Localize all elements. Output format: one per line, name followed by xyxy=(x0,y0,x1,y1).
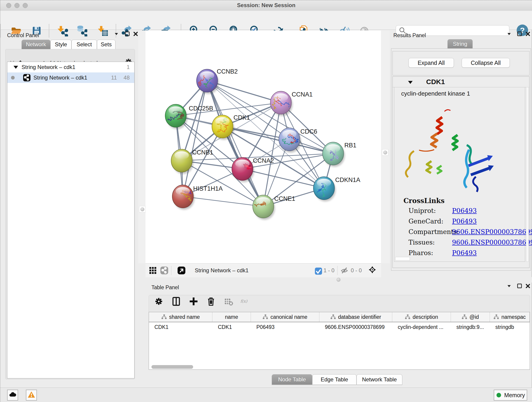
crosslinks-hscroll-thumb[interactable] xyxy=(395,257,410,261)
share-view-icon[interactable] xyxy=(160,266,168,274)
table-cell[interactable]: CDK1 xyxy=(212,322,251,332)
bottom-splitter[interactable] xyxy=(146,277,532,283)
left-splitter-handle[interactable] xyxy=(139,206,146,212)
crosslinks-title: CrossLinks xyxy=(404,197,444,205)
expand-all-button[interactable]: Expand All xyxy=(409,58,454,68)
tab-edge-table[interactable]: Edge Table xyxy=(312,374,356,385)
crosslink-value-link[interactable]: P06493 xyxy=(452,217,477,225)
table-cell[interactable]: cyclin-dependent ... xyxy=(392,322,451,332)
table-body: CDK1CDK1P064939606.ENSP00000378699cyclin… xyxy=(149,322,530,332)
network-node-CCNB1[interactable]: CCNB1 xyxy=(171,149,213,174)
import-table-from-file-button[interactable] xyxy=(97,25,108,36)
cdk1-card-header[interactable]: CDK1 xyxy=(393,77,529,87)
crosslink-value-link[interactable]: P06493 xyxy=(452,249,477,257)
table-panel-float-icon[interactable] xyxy=(516,283,523,289)
collapse-all-button[interactable]: Collapse All xyxy=(462,58,510,68)
column-header-shared-name[interactable]: shared name xyxy=(149,312,212,322)
network-node-HIST1H1A[interactable]: HIST1H1A xyxy=(172,185,223,210)
right-splitter-handle[interactable] xyxy=(382,149,388,156)
table-cell[interactable]: P06493 xyxy=(251,322,319,332)
table-panel-collapse-icon[interactable] xyxy=(506,283,513,289)
tab-select[interactable]: Select xyxy=(71,40,97,49)
node-label-HIST1H1A: HIST1H1A xyxy=(193,185,223,192)
show-columns-icon[interactable] xyxy=(171,296,181,306)
column-header-name[interactable]: name xyxy=(212,312,251,322)
network-row-label: String Network – cdk1 xyxy=(33,75,87,81)
crosslink-value-link[interactable]: 9606.ENSP00000378699 xyxy=(452,239,532,246)
right-splitter[interactable] xyxy=(381,31,390,263)
network-share-icon xyxy=(23,74,31,82)
table-hscroll-thumb[interactable] xyxy=(152,365,193,369)
collection-count: 1 xyxy=(127,64,130,70)
hidden-eye-icon[interactable] xyxy=(340,266,348,274)
network-edge-count: 48 xyxy=(123,75,130,81)
column-header--id[interactable]: @id xyxy=(451,312,490,322)
tab-style[interactable]: Style xyxy=(51,40,71,49)
tab-network[interactable]: Network xyxy=(22,40,51,49)
network-node-CDC25B[interactable]: CDC25B xyxy=(165,104,213,129)
tab-network-table[interactable]: Network Table xyxy=(356,374,402,385)
column-header-database-identifier[interactable]: database identifier xyxy=(319,312,392,322)
control-panel-collapse-icon[interactable] xyxy=(113,31,120,37)
results-vertical-scrollbar[interactable] xyxy=(526,87,529,262)
network-node-CDK1[interactable]: CDK1 xyxy=(212,114,250,140)
status-bar: Memory xyxy=(0,388,532,402)
collection-expand-icon[interactable] xyxy=(12,64,19,70)
hidden-counts: 0 - 0 xyxy=(351,267,362,274)
crosslink-label: Compartments: xyxy=(409,228,459,236)
node-table[interactable]: shared namenamecanonical namedatabase id… xyxy=(149,312,530,370)
bottom-splitter-handle[interactable] xyxy=(335,277,342,283)
table-row[interactable]: CDK1CDK1P064939606.ENSP00000378699cyclin… xyxy=(149,322,530,332)
network-canvas[interactable]: CCNB2CCNA1CDC25BCDK1CDC6RB1CCNB1CCNA2CDK… xyxy=(146,31,381,263)
network-node-RB1[interactable]: RB1 xyxy=(323,142,356,167)
selected-checkbox-icon[interactable] xyxy=(314,267,321,274)
tab-sets[interactable]: Sets xyxy=(97,40,115,49)
import-network-from-file-button[interactable] xyxy=(57,25,68,36)
crosslink-row: Pharos:P06493 xyxy=(409,249,523,260)
table-cell[interactable]: CDK1 xyxy=(149,322,212,332)
left-splitter[interactable] xyxy=(138,31,146,263)
application-window: Session: New Session ? Control Panel Net… xyxy=(0,0,532,402)
add-column-icon[interactable] xyxy=(189,296,199,306)
network-collection-row[interactable]: String Network – cdk1 1 xyxy=(7,62,134,72)
node-label-CDC25B: CDC25B xyxy=(189,105,213,112)
warnings-button[interactable] xyxy=(26,390,37,401)
results-panel-collapse-icon[interactable] xyxy=(506,31,513,37)
results-panel-close-icon[interactable] xyxy=(525,31,531,37)
cdk1-expand-icon[interactable] xyxy=(407,79,414,86)
results-panel-float-icon[interactable] xyxy=(516,31,523,37)
network-node-CDKN1A[interactable]: CDKN1A xyxy=(313,177,360,201)
table-settings-gear-icon[interactable] xyxy=(154,296,164,306)
crosslink-row: Uniprot:P06493 xyxy=(409,207,523,217)
import-network-from-database-button[interactable] xyxy=(76,25,87,36)
column-header-namespac[interactable]: namespac xyxy=(490,312,530,322)
node-label-CDC6: CDC6 xyxy=(300,128,317,135)
column-header-canonical-name[interactable]: canonical name xyxy=(251,312,319,322)
table-cell[interactable]: stringdb:9... xyxy=(451,322,490,332)
crosslink-value-link[interactable]: 9606.ENSP00000378699 xyxy=(452,228,532,236)
table-cell[interactable]: 9606.ENSP00000378699 xyxy=(319,322,392,332)
delete-column-icon[interactable] xyxy=(206,296,216,306)
shared-column-tree-icon xyxy=(462,314,467,320)
tab-string[interactable]: String xyxy=(447,39,473,49)
control-panel-float-icon[interactable] xyxy=(124,31,131,37)
grid-view-icon[interactable] xyxy=(149,266,157,274)
network-row[interactable]: String Network – cdk1 11 48 xyxy=(7,72,134,83)
delete-table-icon xyxy=(223,296,234,306)
crosslink-value-link[interactable]: P06493 xyxy=(452,207,477,215)
cloud-status-button[interactable] xyxy=(7,390,18,401)
crosslink-label: Pharos: xyxy=(409,249,433,257)
title-bar: Session: New Session xyxy=(0,0,532,11)
tab-node-table[interactable]: Node Table xyxy=(272,374,312,385)
network-node-CCNA1[interactable]: CCNA1 xyxy=(270,91,313,116)
birds-eye-view-icon[interactable] xyxy=(177,266,186,274)
crosshair-icon[interactable] xyxy=(368,266,378,275)
column-header-label: canonical name xyxy=(270,314,307,320)
column-header-label: description xyxy=(413,314,438,320)
memory-button[interactable]: Memory xyxy=(494,390,527,401)
table-header-row: shared namenamecanonical namedatabase id… xyxy=(149,312,530,322)
table-panel-close-icon[interactable] xyxy=(525,283,531,289)
column-header-description[interactable]: description xyxy=(392,312,451,322)
table-cell[interactable]: stringdb xyxy=(490,322,530,332)
main-toolbar: ? xyxy=(0,11,532,30)
